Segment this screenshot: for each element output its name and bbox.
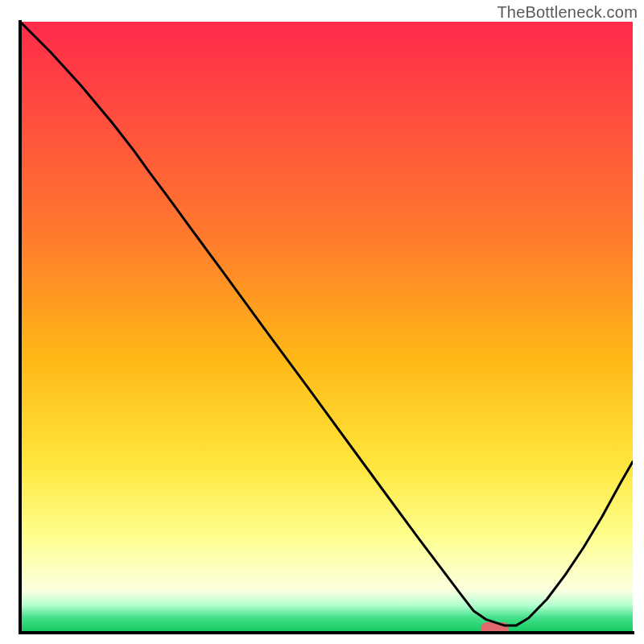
attribution-text: TheBottleneck.com bbox=[497, 3, 638, 22]
chart-container: TheBottleneck.com bbox=[0, 0, 644, 644]
bottleneck-chart bbox=[0, 0, 644, 644]
gradient-background bbox=[20, 22, 633, 633]
